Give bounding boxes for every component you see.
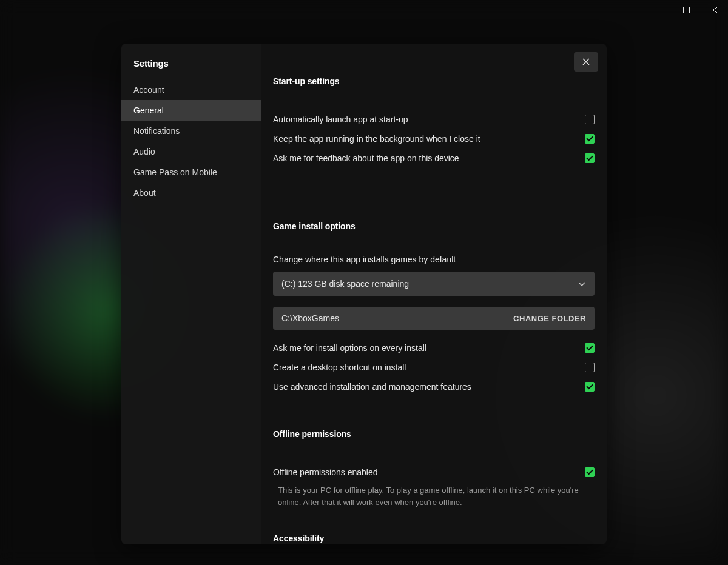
section-install: Game install options Change where this a… [273, 221, 595, 396]
settings-modal: Settings Account General Notifications A… [121, 44, 607, 544]
checkbox[interactable] [585, 467, 595, 477]
drive-label: Change where this app installs games by … [273, 255, 595, 264]
chevron-down-icon [578, 279, 586, 288]
setting-row-offline-enabled[interactable]: Offline permissions enabled [273, 463, 595, 482]
section-accessibility: Accessibility [273, 533, 595, 544]
divider [273, 449, 595, 449]
setting-label: Create a desktop shortcut on install [273, 363, 578, 372]
close-icon [711, 7, 718, 13]
folder-path-row: C:\XboxGames CHANGE FOLDER [273, 307, 595, 330]
svg-rect-1 [683, 7, 689, 13]
drive-value: (C:) 123 GB disk space remaining [281, 279, 409, 289]
section-title: Offline permissions [273, 429, 595, 439]
close-icon [582, 58, 590, 65]
setting-label: Keep the app running in the background w… [273, 134, 578, 144]
sidebar-item-about[interactable]: About [121, 182, 261, 203]
checkbox[interactable] [585, 134, 595, 144]
checkbox[interactable] [585, 382, 595, 392]
checkbox[interactable] [585, 153, 595, 163]
setting-row-desktop-shortcut[interactable]: Create a desktop shortcut on install [273, 358, 595, 377]
setting-row-ask-install[interactable]: Ask me for install options on every inst… [273, 338, 595, 358]
section-startup: Start-up settings Automatically launch a… [273, 76, 595, 168]
setting-label: Ask me for feedback about the app on thi… [273, 153, 578, 163]
sidebar-item-account[interactable]: Account [121, 79, 261, 100]
checkbox[interactable] [585, 343, 595, 353]
window-close-button[interactable] [700, 0, 728, 19]
drive-dropdown[interactable]: (C:) 123 GB disk space remaining [273, 272, 595, 296]
settings-content[interactable]: Start-up settings Automatically launch a… [261, 44, 607, 544]
sidebar-item-game-pass-mobile[interactable]: Game Pass on Mobile [121, 162, 261, 182]
section-title: Accessibility [273, 533, 595, 543]
maximize-icon [683, 7, 690, 13]
section-offline: Offline permissions Offline permissions … [273, 429, 595, 508]
maximize-button[interactable] [672, 0, 700, 19]
window-titlebar [644, 0, 728, 19]
setting-label: Automatically launch app at start-up [273, 115, 578, 124]
setting-row-feedback[interactable]: Ask me for feedback about the app on thi… [273, 149, 595, 168]
sidebar-item-general[interactable]: General [121, 100, 261, 121]
setting-label: Use advanced installation and management… [273, 382, 578, 392]
setting-row-auto-launch[interactable]: Automatically launch app at start-up [273, 110, 595, 129]
minimize-button[interactable] [644, 0, 672, 19]
setting-row-advanced-install[interactable]: Use advanced installation and management… [273, 377, 595, 396]
divider [273, 241, 595, 241]
sidebar-title: Settings [121, 44, 261, 79]
section-title: Game install options [273, 221, 595, 231]
setting-label: Offline permissions enabled [273, 467, 578, 477]
folder-path: C:\XboxGames [281, 313, 339, 323]
modal-close-button[interactable] [574, 52, 598, 72]
divider [273, 96, 595, 96]
offline-description: This is your PC for offline play. To pla… [273, 482, 595, 508]
sidebar-item-audio[interactable]: Audio [121, 141, 261, 162]
change-folder-button[interactable]: CHANGE FOLDER [513, 314, 586, 323]
setting-row-keep-running[interactable]: Keep the app running in the background w… [273, 129, 595, 149]
section-title: Start-up settings [273, 76, 595, 86]
minimize-icon [655, 7, 662, 13]
setting-label: Ask me for install options on every inst… [273, 343, 578, 353]
sidebar-item-notifications[interactable]: Notifications [121, 121, 261, 141]
checkbox[interactable] [585, 115, 595, 124]
checkbox[interactable] [585, 363, 595, 372]
settings-sidebar: Settings Account General Notifications A… [121, 44, 261, 544]
